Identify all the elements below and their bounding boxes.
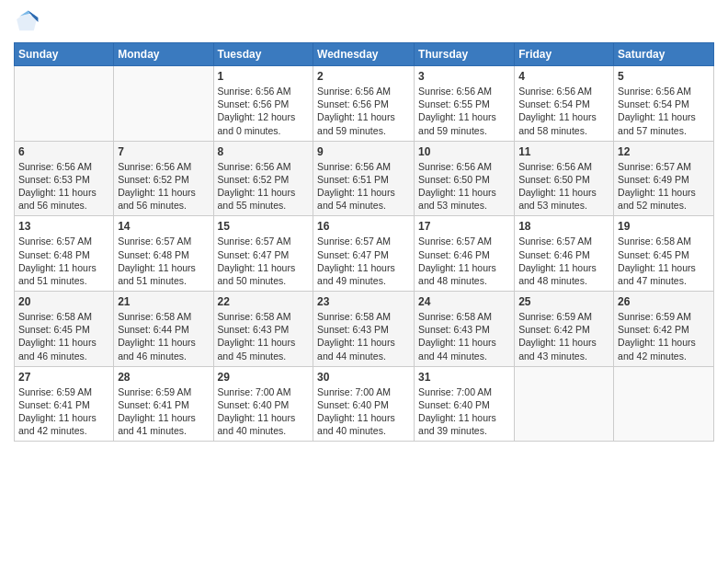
day-cell: 23Sunrise: 6:58 AM Sunset: 6:43 PM Dayli… (313, 292, 415, 367)
day-number: 11 (518, 145, 609, 158)
logo (14, 9, 43, 35)
day-cell: 4Sunrise: 6:56 AM Sunset: 6:54 PM Daylig… (515, 66, 614, 142)
day-info: Sunrise: 6:57 AM Sunset: 6:47 PM Dayligh… (317, 235, 410, 287)
day-info: Sunrise: 6:58 AM Sunset: 6:45 PM Dayligh… (618, 235, 710, 287)
day-number: 16 (317, 220, 410, 233)
day-cell: 15Sunrise: 6:57 AM Sunset: 6:47 PM Dayli… (213, 216, 313, 292)
day-cell: 25Sunrise: 6:59 AM Sunset: 6:42 PM Dayli… (515, 292, 614, 367)
day-info: Sunrise: 6:56 AM Sunset: 6:55 PM Dayligh… (418, 85, 510, 137)
day-number: 20 (18, 295, 109, 308)
week-row-3: 13Sunrise: 6:57 AM Sunset: 6:48 PM Dayli… (15, 216, 714, 292)
day-cell: 17Sunrise: 6:57 AM Sunset: 6:46 PM Dayli… (415, 216, 515, 292)
day-cell: 2Sunrise: 6:56 AM Sunset: 6:56 PM Daylig… (313, 66, 415, 142)
day-cell (114, 66, 213, 142)
day-info: Sunrise: 6:56 AM Sunset: 6:53 PM Dayligh… (18, 160, 109, 213)
col-header-monday: Monday (114, 43, 213, 66)
day-cell: 10Sunrise: 6:56 AM Sunset: 6:50 PM Dayli… (415, 141, 515, 216)
day-cell: 27Sunrise: 6:59 AM Sunset: 6:41 PM Dayli… (15, 366, 114, 442)
day-number: 14 (118, 220, 209, 233)
day-number: 7 (118, 145, 209, 158)
day-info: Sunrise: 6:56 AM Sunset: 6:51 PM Dayligh… (317, 160, 410, 213)
col-header-friday: Friday (515, 43, 614, 66)
day-info: Sunrise: 7:00 AM Sunset: 6:40 PM Dayligh… (418, 385, 510, 438)
header-row: SundayMondayTuesdayWednesdayThursdayFrid… (15, 43, 714, 66)
day-info: Sunrise: 6:58 AM Sunset: 6:43 PM Dayligh… (218, 310, 310, 362)
col-header-saturday: Saturday (614, 43, 714, 66)
day-cell: 26Sunrise: 6:59 AM Sunset: 6:42 PM Dayli… (614, 292, 714, 367)
calendar-table: SundayMondayTuesdayWednesdayThursdayFrid… (14, 42, 714, 442)
day-number: 13 (18, 220, 109, 233)
day-cell: 9Sunrise: 6:56 AM Sunset: 6:51 PM Daylig… (313, 141, 415, 216)
day-cell: 29Sunrise: 7:00 AM Sunset: 6:40 PM Dayli… (213, 366, 313, 442)
day-cell: 11Sunrise: 6:56 AM Sunset: 6:50 PM Dayli… (515, 141, 614, 216)
day-cell: 1Sunrise: 6:56 AM Sunset: 6:56 PM Daylig… (213, 66, 313, 142)
day-number: 24 (418, 295, 510, 308)
day-number: 18 (518, 220, 609, 233)
day-number: 1 (218, 70, 310, 83)
day-info: Sunrise: 6:56 AM Sunset: 6:54 PM Dayligh… (518, 85, 609, 137)
day-number: 2 (317, 70, 410, 83)
day-number: 17 (418, 220, 510, 233)
day-number: 22 (218, 295, 310, 308)
header (14, 9, 714, 35)
day-info: Sunrise: 6:58 AM Sunset: 6:43 PM Dayligh… (317, 310, 410, 362)
page: SundayMondayTuesdayWednesdayThursdayFrid… (0, 0, 728, 563)
week-row-5: 27Sunrise: 6:59 AM Sunset: 6:41 PM Dayli… (15, 366, 714, 442)
day-info: Sunrise: 6:56 AM Sunset: 6:56 PM Dayligh… (218, 85, 310, 137)
week-row-4: 20Sunrise: 6:58 AM Sunset: 6:45 PM Dayli… (15, 292, 714, 367)
col-header-sunday: Sunday (15, 43, 114, 66)
day-number: 19 (618, 220, 710, 233)
day-info: Sunrise: 6:59 AM Sunset: 6:42 PM Dayligh… (518, 310, 609, 362)
day-cell: 24Sunrise: 6:58 AM Sunset: 6:43 PM Dayli… (415, 292, 515, 367)
day-number: 26 (618, 295, 710, 308)
day-number: 25 (518, 295, 609, 308)
day-info: Sunrise: 6:57 AM Sunset: 6:47 PM Dayligh… (218, 235, 310, 287)
day-cell: 18Sunrise: 6:57 AM Sunset: 6:46 PM Dayli… (515, 216, 614, 292)
day-cell: 6Sunrise: 6:56 AM Sunset: 6:53 PM Daylig… (15, 141, 114, 216)
day-info: Sunrise: 6:56 AM Sunset: 6:54 PM Dayligh… (618, 85, 710, 137)
day-cell: 3Sunrise: 6:56 AM Sunset: 6:55 PM Daylig… (415, 66, 515, 142)
day-info: Sunrise: 6:56 AM Sunset: 6:50 PM Dayligh… (518, 160, 609, 213)
day-number: 29 (218, 371, 310, 384)
day-cell: 12Sunrise: 6:57 AM Sunset: 6:49 PM Dayli… (614, 141, 714, 216)
day-info: Sunrise: 6:57 AM Sunset: 6:48 PM Dayligh… (18, 235, 109, 287)
day-cell (614, 366, 714, 442)
logo-icon (14, 9, 40, 35)
day-info: Sunrise: 6:59 AM Sunset: 6:41 PM Dayligh… (18, 385, 109, 438)
day-cell: 20Sunrise: 6:58 AM Sunset: 6:45 PM Dayli… (15, 292, 114, 367)
day-cell: 5Sunrise: 6:56 AM Sunset: 6:54 PM Daylig… (614, 66, 714, 142)
day-cell: 31Sunrise: 7:00 AM Sunset: 6:40 PM Dayli… (415, 366, 515, 442)
day-number: 28 (118, 371, 209, 384)
day-number: 12 (618, 145, 710, 158)
day-number: 3 (418, 70, 510, 83)
day-info: Sunrise: 6:57 AM Sunset: 6:49 PM Dayligh… (618, 160, 710, 213)
day-number: 30 (317, 371, 410, 384)
day-cell: 22Sunrise: 6:58 AM Sunset: 6:43 PM Dayli… (213, 292, 313, 367)
day-info: Sunrise: 6:59 AM Sunset: 6:42 PM Dayligh… (618, 310, 710, 362)
day-cell: 30Sunrise: 7:00 AM Sunset: 6:40 PM Dayli… (313, 366, 415, 442)
day-number: 4 (518, 70, 609, 83)
day-info: Sunrise: 6:56 AM Sunset: 6:50 PM Dayligh… (418, 160, 510, 213)
col-header-thursday: Thursday (415, 43, 515, 66)
day-number: 21 (118, 295, 209, 308)
day-info: Sunrise: 6:58 AM Sunset: 6:45 PM Dayligh… (18, 310, 109, 362)
day-cell: 14Sunrise: 6:57 AM Sunset: 6:48 PM Dayli… (114, 216, 213, 292)
col-header-tuesday: Tuesday (213, 43, 313, 66)
day-number: 31 (418, 371, 510, 384)
day-cell: 21Sunrise: 6:58 AM Sunset: 6:44 PM Dayli… (114, 292, 213, 367)
day-number: 6 (18, 145, 109, 158)
day-cell: 7Sunrise: 6:56 AM Sunset: 6:52 PM Daylig… (114, 141, 213, 216)
week-row-1: 1Sunrise: 6:56 AM Sunset: 6:56 PM Daylig… (15, 66, 714, 142)
day-cell: 28Sunrise: 6:59 AM Sunset: 6:41 PM Dayli… (114, 366, 213, 442)
day-cell: 8Sunrise: 6:56 AM Sunset: 6:52 PM Daylig… (213, 141, 313, 216)
day-info: Sunrise: 6:56 AM Sunset: 6:52 PM Dayligh… (218, 160, 310, 213)
day-number: 9 (317, 145, 410, 158)
day-info: Sunrise: 6:59 AM Sunset: 6:41 PM Dayligh… (118, 385, 209, 438)
day-cell (15, 66, 114, 142)
day-number: 15 (218, 220, 310, 233)
day-number: 27 (18, 371, 109, 384)
day-cell: 19Sunrise: 6:58 AM Sunset: 6:45 PM Dayli… (614, 216, 714, 292)
day-info: Sunrise: 6:57 AM Sunset: 6:46 PM Dayligh… (418, 235, 510, 287)
day-info: Sunrise: 7:00 AM Sunset: 6:40 PM Dayligh… (218, 385, 310, 438)
day-info: Sunrise: 6:57 AM Sunset: 6:46 PM Dayligh… (518, 235, 609, 287)
